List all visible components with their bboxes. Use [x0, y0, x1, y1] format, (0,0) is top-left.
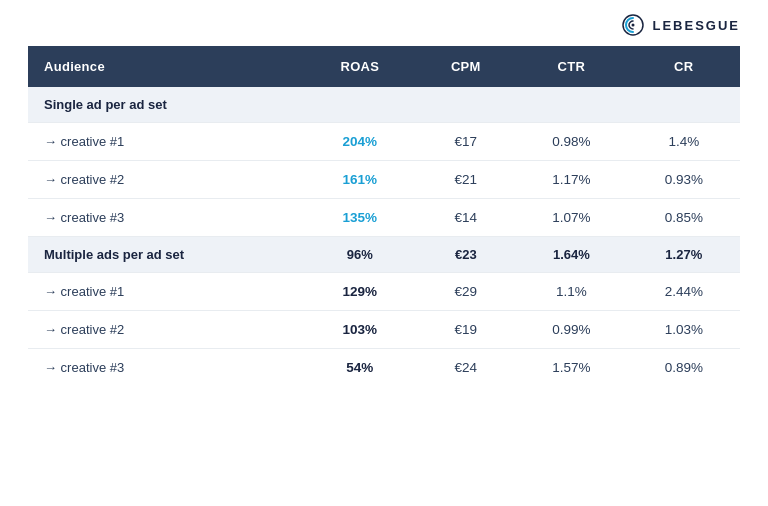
row-cpm: €17 [416, 123, 515, 161]
row-cr: 1.03% [628, 311, 740, 349]
section-header-multiple: Multiple ads per ad set 96% €23 1.64% 1.… [28, 237, 740, 273]
table-row: → creative #1 129% €29 1.1% 2.44% [28, 273, 740, 311]
row-roas: 103% [303, 311, 416, 349]
section-label-single: Single ad per ad set [28, 87, 303, 123]
row-ctr: 0.99% [515, 311, 627, 349]
data-table: Audience ROAS CPM CTR CR Single ad per a… [28, 46, 740, 386]
col-roas: ROAS [303, 46, 416, 87]
table-row: → creative #3 135% €14 1.07% 0.85% [28, 199, 740, 237]
row-cpm: €14 [416, 199, 515, 237]
row-cpm: €29 [416, 273, 515, 311]
row-roas: 129% [303, 273, 416, 311]
row-cpm: €24 [416, 349, 515, 387]
row-cpm: €19 [416, 311, 515, 349]
logo-icon [622, 14, 644, 36]
table-wrapper: Audience ROAS CPM CTR CR Single ad per a… [0, 46, 768, 506]
col-ctr: CTR [515, 46, 627, 87]
section-header-single: Single ad per ad set [28, 87, 740, 123]
section-label-multiple: Multiple ads per ad set [28, 237, 303, 273]
row-cr: 0.85% [628, 199, 740, 237]
section-ctr-multiple: 1.64% [515, 237, 627, 273]
col-cpm: CPM [416, 46, 515, 87]
row-ctr: 1.57% [515, 349, 627, 387]
row-roas: 54% [303, 349, 416, 387]
row-cr: 2.44% [628, 273, 740, 311]
table-row: → creative #3 54% €24 1.57% 0.89% [28, 349, 740, 387]
svg-point-1 [632, 24, 635, 27]
table-row: → creative #1 204% €17 0.98% 1.4% [28, 123, 740, 161]
row-roas: 204% [303, 123, 416, 161]
row-cpm: €21 [416, 161, 515, 199]
row-roas: 135% [303, 199, 416, 237]
row-ctr: 1.1% [515, 273, 627, 311]
table-header: Audience ROAS CPM CTR CR [28, 46, 740, 87]
col-cr: CR [628, 46, 740, 87]
row-ctr: 1.07% [515, 199, 627, 237]
section-roas-multiple: 96% [303, 237, 416, 273]
section-cpm-multiple: €23 [416, 237, 515, 273]
row-roas: 161% [303, 161, 416, 199]
row-audience: → creative #1 [28, 123, 303, 161]
row-audience: → creative #2 [28, 161, 303, 199]
row-audience: → creative #3 [28, 199, 303, 237]
row-ctr: 0.98% [515, 123, 627, 161]
row-cr: 1.4% [628, 123, 740, 161]
page-header: LEBESGUE [0, 0, 768, 46]
section-cr-multiple: 1.27% [628, 237, 740, 273]
table-body: Single ad per ad set → creative #1 204% … [28, 87, 740, 386]
logo-text: LEBESGUE [652, 18, 740, 33]
brand-logo: LEBESGUE [622, 14, 740, 36]
header-row: Audience ROAS CPM CTR CR [28, 46, 740, 87]
row-audience: → creative #2 [28, 311, 303, 349]
table-row: → creative #2 161% €21 1.17% 0.93% [28, 161, 740, 199]
row-cr: 0.93% [628, 161, 740, 199]
row-audience: → creative #3 [28, 349, 303, 387]
col-audience: Audience [28, 46, 303, 87]
table-row: → creative #2 103% €19 0.99% 1.03% [28, 311, 740, 349]
row-audience: → creative #1 [28, 273, 303, 311]
row-cr: 0.89% [628, 349, 740, 387]
row-ctr: 1.17% [515, 161, 627, 199]
